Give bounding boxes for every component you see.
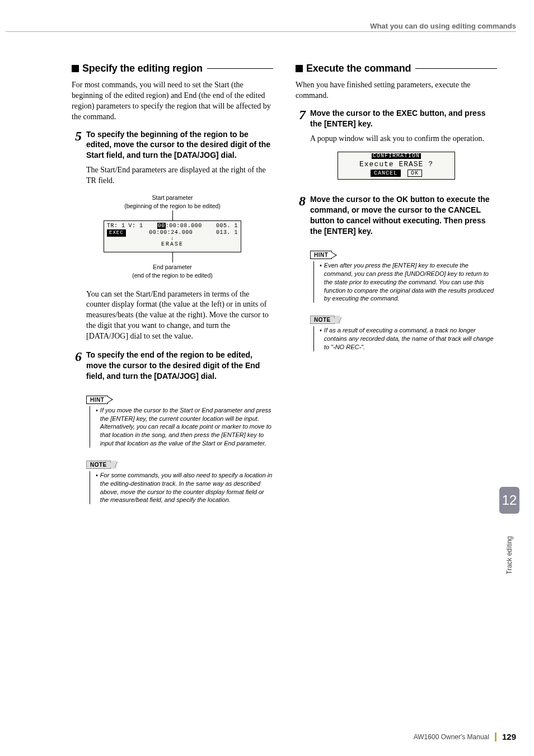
- lcd-erase-label: ERASE: [107, 241, 238, 248]
- tag-tail-icon: [107, 396, 113, 403]
- note-text: For some commands, you will also need to…: [100, 471, 273, 504]
- hint-tag: HINT: [86, 396, 113, 404]
- step-title: Move the cursor to the OK button to exec…: [310, 194, 497, 237]
- lcd-screen: TR: 1 V: 1 00:00:08.000 005. 1 EXEC 00:0…: [104, 220, 241, 252]
- diagram-top-caption-2: (beginning of the region to be edited): [100, 203, 245, 210]
- lcd-start-tc-hi: 00: [157, 223, 166, 229]
- step-number: 5: [72, 129, 82, 161]
- pointer-line-icon: [172, 252, 173, 262]
- side-label: Track editing: [505, 536, 513, 574]
- heading-rule: [415, 68, 497, 69]
- note-block: • For some commands, you will also need …: [90, 471, 273, 504]
- hint-label: HINT: [86, 396, 108, 404]
- bullet-icon: •: [320, 326, 322, 351]
- after-diagram-text: You can set the Start/End parameters in …: [86, 289, 273, 342]
- step-7: 7 Move the cursor to the EXEC button, an…: [296, 108, 497, 129]
- step-title: To specify the beginning of the region t…: [86, 129, 273, 161]
- step-number: 8: [296, 194, 306, 237]
- step-7-body: A popup window will ask you to confirm t…: [310, 134, 497, 144]
- lcd-start-tc: :00:08.000: [166, 223, 202, 229]
- hint-tag: HINT: [310, 251, 337, 259]
- lcd-start-mb: 005. 1: [216, 223, 238, 229]
- start-end-diagram: Start parameter (beginning of the region…: [100, 194, 245, 279]
- section-heading-right: Execute the command: [296, 63, 497, 74]
- step-6: 6 To specify the end of the region to be…: [72, 350, 273, 382]
- header-rule: [6, 31, 516, 32]
- lcd-v: V: 1: [129, 223, 143, 229]
- manual-name: AW1600 Owner's Manual: [414, 733, 489, 741]
- hint-text: If you move the cursor to the Start or E…: [100, 406, 273, 448]
- intro-paragraph: For most commands, you will need to set …: [72, 80, 273, 123]
- note-block: • If as a result of executing a command,…: [313, 326, 497, 351]
- step-8: 8 Move the cursor to the OK button to ex…: [296, 194, 497, 237]
- page-footer: AW1600 Owner's Manual 129: [414, 732, 516, 741]
- lcd-exec-button: EXEC: [107, 229, 126, 237]
- note-label: NOTE: [86, 461, 111, 469]
- square-bullet-icon: [72, 65, 79, 72]
- right-column: Execute the command When you have finish…: [296, 63, 497, 515]
- tag-tail-icon: [331, 252, 337, 259]
- running-head: What you can do using editing commands: [0, 20, 516, 31]
- running-head-text: What you can do using editing commands: [370, 22, 516, 30]
- footer-bar-icon: [495, 732, 496, 741]
- confirmation-popup: CONFIRMATION Execute ERASE ? CANCEL OK: [338, 152, 455, 180]
- diagram-bottom-caption-1: End parameter: [100, 264, 245, 271]
- hint-label: HINT: [310, 251, 332, 259]
- lcd-end-mb: 013. 1: [216, 229, 238, 237]
- section-title: Execute the command: [306, 63, 411, 74]
- bullet-icon: •: [96, 471, 98, 504]
- page-number: 129: [502, 732, 516, 741]
- side-tab: 12 Track editing: [499, 487, 519, 574]
- note-label: NOTE: [310, 316, 335, 324]
- hint-block: • Even after you press the [ENTER] key t…: [313, 261, 497, 303]
- popup-title: CONFIRMATION: [372, 153, 421, 159]
- note-text: If as a result of executing a command, a…: [324, 326, 497, 351]
- popup-ok-button: OK: [407, 170, 422, 177]
- section-title: Specify the editing region: [82, 63, 203, 74]
- step-5-body: The Start/End parameters are displayed a…: [86, 165, 273, 186]
- pointer-line-icon: [172, 210, 173, 220]
- step-title: To specify the end of the region to be e…: [86, 350, 273, 382]
- diagram-bottom-caption-2: (end of the region to be edited): [100, 272, 245, 279]
- step-number: 6: [72, 350, 82, 382]
- note-tag: NOTE: [310, 316, 340, 324]
- square-bullet-icon: [296, 65, 303, 72]
- page-columns: Specify the editing region For most comm…: [72, 63, 497, 515]
- left-column: Specify the editing region For most comm…: [72, 63, 273, 515]
- popup-message: Execute ERASE ?: [339, 160, 453, 168]
- chapter-badge: 12: [499, 487, 519, 514]
- step-5: 5 To specify the beginning of the region…: [72, 129, 273, 161]
- lcd-tr: TR: 1: [107, 223, 125, 229]
- hint-block: • If you move the cursor to the Start or…: [90, 406, 273, 448]
- note-tag: NOTE: [86, 461, 116, 469]
- step-number: 7: [296, 108, 306, 129]
- intro-paragraph: When you have finished setting parameter…: [296, 80, 497, 101]
- bullet-icon: •: [320, 261, 322, 303]
- hint-text: Even after you press the [ENTER] key to …: [324, 261, 497, 303]
- diagram-top-caption-1: Start parameter: [100, 194, 245, 201]
- popup-cancel-button: CANCEL: [371, 170, 401, 177]
- heading-rule: [207, 68, 273, 69]
- step-title: Move the cursor to the EXEC button, and …: [310, 108, 497, 129]
- section-heading-left: Specify the editing region: [72, 63, 273, 74]
- bullet-icon: •: [96, 406, 98, 448]
